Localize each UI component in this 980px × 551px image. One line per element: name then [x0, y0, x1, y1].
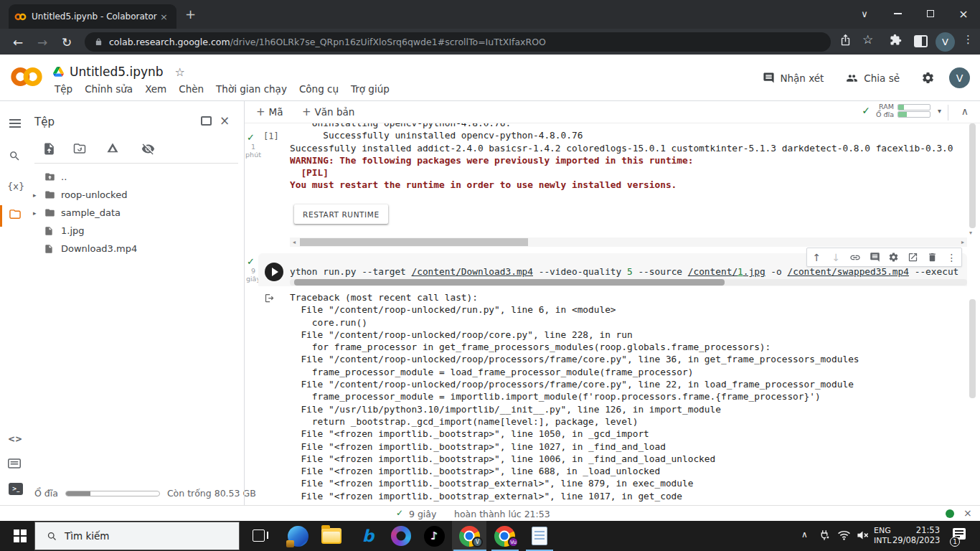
cell2-code-line[interactable]: ython run.py --target /content/Download3…: [290, 265, 964, 278]
tray-language-indicator[interactable]: ENGINTL: [874, 526, 891, 545]
code-path-link[interactable]: /content/swapped35.mp4: [787, 266, 909, 277]
mirror-cell-icon[interactable]: [905, 250, 921, 265]
menu-item[interactable]: Công cụ: [298, 82, 340, 96]
expand-arrow-icon[interactable]: ▸: [33, 209, 44, 217]
cell-settings-gear-icon[interactable]: [886, 250, 902, 265]
table-of-contents-icon[interactable]: [9, 117, 21, 130]
file-tree-item[interactable]: ▸sample_data: [29, 204, 242, 222]
taskbar-tiktok-icon[interactable]: ♪: [422, 521, 446, 551]
copy-link-icon[interactable]: [847, 250, 863, 265]
file-tree-item[interactable]: Download3.mp4: [29, 240, 242, 258]
tray-chevron-icon[interactable]: ∧: [801, 529, 808, 540]
cell1-scroll-thumb[interactable]: [300, 238, 528, 246]
code-path-link[interactable]: 1: [738, 266, 743, 277]
reload-icon[interactable]: ↻: [57, 33, 76, 52]
share-button[interactable]: Chia sẻ: [845, 72, 900, 84]
task-view-icon[interactable]: [253, 529, 265, 542]
url-bar[interactable]: colab.research.google.com/drive/1h6OLRk7…: [85, 32, 831, 52]
search-icon[interactable]: [9, 150, 21, 165]
delete-cell-trash-icon[interactable]: [925, 250, 941, 265]
close-panel-icon[interactable]: ×: [220, 113, 230, 128]
code-path-link[interactable]: /content/: [688, 266, 738, 277]
taskbar-notepad-icon[interactable]: [526, 521, 553, 551]
add-text-button[interactable]: + Văn bản: [302, 105, 354, 118]
forward-icon[interactable]: →: [33, 33, 52, 52]
open-panel-in-tab-icon[interactable]: [201, 116, 212, 126]
tray-power-plug-icon[interactable]: [818, 529, 831, 545]
bookmark-star-icon[interactable]: ☆: [862, 32, 873, 47]
code-path-link[interactable]: .jpg: [743, 266, 765, 277]
tab-close-icon[interactable]: ×: [157, 11, 171, 22]
menu-item[interactable]: Thời gian chạy: [215, 82, 288, 96]
new-tab-button[interactable]: +: [185, 8, 196, 21]
start-button[interactable]: [6, 521, 34, 551]
command-palette-icon[interactable]: [8, 458, 21, 471]
collapse-header-icon[interactable]: ∧: [961, 105, 969, 117]
cell-menu-kebab-icon[interactable]: ⋮: [944, 250, 960, 265]
taskbar-chrome2-icon[interactable]: Vu: [489, 521, 519, 551]
tray-volume-muted-icon[interactable]: [856, 529, 870, 544]
run-cell-button[interactable]: [265, 263, 283, 281]
cell2-scroll-thumb[interactable]: [294, 279, 725, 286]
scroll-left-icon[interactable]: ◂: [290, 239, 298, 245]
taskbar-chrome-active-icon[interactable]: V: [452, 521, 486, 551]
taskbar-bing-icon[interactable]: b: [356, 521, 380, 551]
tray-wifi-icon[interactable]: [837, 529, 851, 544]
settings-gear-icon[interactable]: [921, 71, 935, 85]
hidden-files-eye-off-icon[interactable]: [141, 142, 156, 159]
restart-runtime-button[interactable]: RESTART RUNTIME: [294, 204, 388, 224]
menu-item[interactable]: Chèn: [177, 82, 205, 96]
expand-arrow-icon[interactable]: ▸: [33, 192, 44, 199]
variables-icon[interactable]: {x}: [7, 181, 24, 192]
taskbar-office-icon[interactable]: [389, 521, 413, 551]
side-panel-icon[interactable]: [914, 35, 928, 47]
window-close-icon[interactable]: ×: [947, 0, 980, 27]
share-page-icon[interactable]: [839, 34, 852, 49]
browser-tab[interactable]: Untitled5.ipynb - Colaboratory ×: [9, 4, 176, 29]
cell2-horizontal-scrollbar[interactable]: [290, 279, 967, 286]
menu-item[interactable]: Xem: [143, 82, 168, 96]
extensions-puzzle-icon[interactable]: [890, 34, 902, 49]
traceback-line: File "<frozen importlib._bootstrap>", li…: [290, 428, 859, 440]
user-avatar[interactable]: V: [949, 67, 970, 88]
browser-menu-kebab-icon[interactable]: ⋮: [963, 33, 974, 46]
window-maximize-icon[interactable]: [914, 0, 947, 27]
upload-file-icon[interactable]: [42, 142, 56, 159]
taskbar-file-explorer-icon[interactable]: [319, 521, 344, 551]
code-snippets-icon[interactable]: <>: [8, 434, 22, 444]
back-icon[interactable]: ←: [9, 33, 27, 52]
browser-profile-avatar[interactable]: V: [936, 32, 955, 52]
file-tree-item[interactable]: 1.jpg: [29, 222, 242, 240]
menu-item[interactable]: Chỉnh sửa: [83, 82, 134, 96]
refresh-folder-icon[interactable]: [72, 142, 87, 158]
files-folder-icon[interactable]: [8, 208, 22, 223]
mount-drive-icon[interactable]: [105, 142, 120, 158]
output-vertical-scroll-thumb[interactable]: [969, 299, 976, 398]
scroll-down-icon[interactable]: ▾: [969, 230, 972, 236]
cell1-vertical-scrollbar[interactable]: [969, 123, 976, 228]
resources-widget[interactable]: ✓ RAM Ổ đĩa ▾: [862, 103, 941, 118]
window-minimize-icon[interactable]: [881, 0, 914, 27]
move-cell-up-icon[interactable]: ↑: [809, 250, 824, 265]
taskbar-edge-icon[interactable]: [286, 521, 310, 551]
file-tree-item[interactable]: ▸roop-unlocked: [29, 186, 242, 204]
status-close-icon[interactable]: ×: [963, 507, 972, 519]
cell1-horizontal-scrollbar[interactable]: ◂ ▸: [290, 237, 967, 247]
window-menu-chevron-icon[interactable]: ∨: [848, 0, 881, 27]
star-notebook-icon[interactable]: ☆: [175, 65, 185, 79]
tray-clock[interactable]: 21:5329/08/2023: [892, 526, 940, 545]
terminal-icon[interactable]: >_: [9, 483, 23, 495]
notebook-title[interactable]: Untitled5.ipynb: [70, 65, 164, 79]
traceback-line: File "/usr/lib/python3.10/importlib/__in…: [290, 403, 859, 415]
add-code-button[interactable]: + Mã: [256, 105, 283, 118]
menu-item[interactable]: Trợ giúp: [349, 82, 391, 96]
resources-dropdown-icon[interactable]: ▾: [938, 107, 941, 115]
menu-item[interactable]: Tệp: [53, 82, 74, 96]
scroll-right-icon[interactable]: ▸: [958, 239, 967, 245]
code-path-link[interactable]: /content/Download3.mp4: [412, 266, 534, 277]
file-tree-item[interactable]: ..: [29, 168, 242, 186]
comment-button[interactable]: Nhận xét: [763, 72, 824, 84]
taskbar-search-box[interactable]: Tìm kiếm: [34, 522, 240, 550]
add-comment-icon[interactable]: [867, 250, 882, 265]
move-cell-down-icon[interactable]: ↓: [828, 250, 844, 265]
